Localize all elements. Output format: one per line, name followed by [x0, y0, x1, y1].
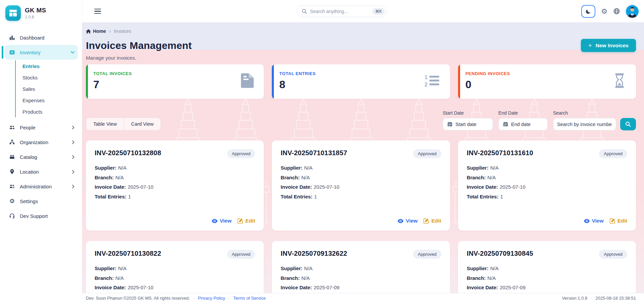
- total-entries-row: Total Entries:1: [95, 194, 255, 199]
- stat-value: 7: [93, 78, 255, 91]
- sidebar-menu: Dashboard Inventory Entries Stocks Sales…: [0, 30, 82, 223]
- bar-chart-icon: [9, 35, 15, 41]
- breadcrumb-home[interactable]: Home: [86, 28, 106, 34]
- search-input[interactable]: [310, 9, 369, 14]
- sidebar-subitem-stocks[interactable]: Stocks: [16, 72, 82, 83]
- gear-icon: ⚙: [9, 198, 15, 204]
- sidebar-subitem-sales[interactable]: Sales: [16, 83, 82, 95]
- sidebar-item-inventory[interactable]: Inventory: [5, 45, 78, 60]
- supplier-row: Supplier:N/A: [95, 265, 255, 271]
- stat-value: 8: [279, 78, 441, 91]
- settings-gear-icon[interactable]: ⚙: [601, 7, 607, 15]
- privacy-policy-link[interactable]: Privacy Policy: [198, 296, 225, 301]
- chevron-right-icon: [72, 155, 75, 159]
- users-gear-icon: [9, 183, 15, 189]
- branch-row: Branch:N/A: [467, 175, 627, 180]
- status-badge: Approved: [227, 250, 255, 259]
- global-search[interactable]: ⌘K: [297, 6, 387, 17]
- end-date-input[interactable]: End date: [498, 118, 548, 130]
- edit-invoice-link[interactable]: Edit: [424, 218, 441, 224]
- sidebar-item-label: Settings: [20, 198, 75, 204]
- hamburger-menu-icon[interactable]: [93, 7, 102, 15]
- stat-label: TOTAL INVOICES: [93, 71, 255, 76]
- supplier-row: Supplier:N/A: [467, 265, 627, 271]
- page-content: Home › Invoices Invoices Management + Ne…: [82, 22, 644, 303]
- app-logo-row[interactable]: GK MS 1.0.6: [0, 0, 82, 25]
- invoice-number: INV-20250710130822: [95, 250, 161, 257]
- chevron-right-icon: [72, 170, 75, 174]
- search-icon: [625, 121, 631, 127]
- card-view-button[interactable]: Card View: [124, 118, 161, 130]
- map-pin-icon: [9, 169, 15, 175]
- branch-row: Branch:N/A: [467, 275, 627, 281]
- invoice-date-row: Invoice Date:2025-07-10: [95, 285, 255, 290]
- stats-row: TOTAL INVOICES 7 TOTAL ENTRIES 8 12 PEND…: [86, 64, 636, 99]
- filters: Start Date Start date End Date End date …: [443, 110, 636, 130]
- terms-of-service-link[interactable]: Terms of Service: [233, 296, 266, 301]
- start-date-label: Start Date: [443, 110, 493, 116]
- eye-icon: [584, 219, 590, 223]
- users-icon: [9, 124, 15, 130]
- stat-card-total-invoices: TOTAL INVOICES 7: [86, 64, 264, 99]
- boxes-icon: [9, 154, 15, 160]
- sitemap-icon: [9, 139, 15, 145]
- calendar-icon: [447, 122, 452, 127]
- plus-icon: +: [588, 42, 592, 49]
- table-view-button[interactable]: Table View: [86, 118, 124, 130]
- sidebar-item-catalog[interactable]: Catalog: [5, 149, 78, 164]
- edit-invoice-link[interactable]: Edit: [610, 218, 627, 224]
- stat-card-pending-invoices: PENDING INVOICES 0: [458, 64, 636, 99]
- pen-square-icon: [610, 218, 615, 224]
- sidebar-subitem-expenses[interactable]: Expenses: [16, 95, 82, 106]
- sidebar-item-location[interactable]: Location: [5, 164, 78, 179]
- branch-row: Branch:N/A: [95, 175, 255, 180]
- controls-row: Table View Card View Start Date Start da…: [86, 110, 636, 130]
- supplier-row: Supplier:N/A: [281, 265, 441, 271]
- invoice-card: INV-20250710131610 Approved Supplier:N/A…: [458, 140, 636, 231]
- language-globe-icon[interactable]: [613, 8, 620, 15]
- window-grid-icon: [9, 9, 17, 17]
- topbar: ⌘K ⚙: [82, 0, 644, 22]
- chevron-right-icon: [72, 140, 75, 144]
- sidebar-item-organization[interactable]: Organization: [5, 135, 78, 149]
- sidebar-item-dashboard[interactable]: Dashboard: [5, 30, 78, 45]
- edit-invoice-link[interactable]: Edit: [238, 218, 255, 224]
- chevron-right-icon: [72, 126, 75, 129]
- sidebar-item-label: Dev Support: [20, 213, 75, 219]
- invoice-number: INV-20250710131610: [467, 149, 533, 157]
- new-invoices-button[interactable]: + New Invoices: [581, 39, 636, 52]
- dark-mode-toggle[interactable]: [581, 5, 595, 18]
- sidebar-item-label: Administration: [20, 184, 68, 189]
- topbar-actions: ⚙: [581, 5, 639, 18]
- view-toggle: Table View Card View: [86, 118, 161, 130]
- invoice-card: INV-20250710131857 Approved Supplier:N/A…: [272, 140, 450, 231]
- search-submit-button[interactable]: [620, 118, 636, 130]
- start-date-input[interactable]: Start date: [443, 118, 493, 130]
- sidebar-item-people[interactable]: People: [5, 120, 78, 135]
- app-name: GK MS: [25, 7, 46, 14]
- branch-row: Branch:N/A: [281, 275, 441, 281]
- footer-version: Version 1.0.6: [562, 296, 587, 301]
- view-invoice-link[interactable]: View: [212, 218, 232, 224]
- sidebar-item-dev-support[interactable]: Dev Support: [5, 208, 78, 223]
- sidebar-item-administration[interactable]: Administration: [5, 179, 78, 194]
- app-logo-icon: [5, 5, 21, 21]
- keyboard-shortcut-badge: ⌘K: [372, 8, 385, 15]
- moon-icon: [585, 8, 591, 14]
- footer-timestamp: 2025-08-18 15:38:51: [595, 296, 636, 301]
- breadcrumb-current: Invoices: [114, 28, 131, 34]
- sidebar-item-settings[interactable]: ⚙ Settings: [5, 194, 78, 208]
- invoice-search-input[interactable]: [553, 118, 616, 130]
- invoice-date-row: Invoice Date:2025-07-10: [281, 184, 441, 190]
- invoice-number: INV-20250710132808: [95, 149, 161, 157]
- view-invoice-link[interactable]: View: [398, 218, 417, 224]
- stat-card-total-entries: TOTAL ENTRIES 8 12: [272, 64, 450, 99]
- status-badge: Approved: [599, 250, 627, 259]
- sidebar-item-label: Catalog: [20, 154, 68, 160]
- home-icon: [86, 29, 91, 34]
- sidebar-item-label: People: [20, 125, 68, 130]
- user-avatar[interactable]: [626, 5, 639, 18]
- sidebar-subitem-products[interactable]: Products: [16, 106, 82, 117]
- sidebar-subitem-entries[interactable]: Entries: [16, 60, 82, 72]
- view-invoice-link[interactable]: View: [584, 218, 604, 224]
